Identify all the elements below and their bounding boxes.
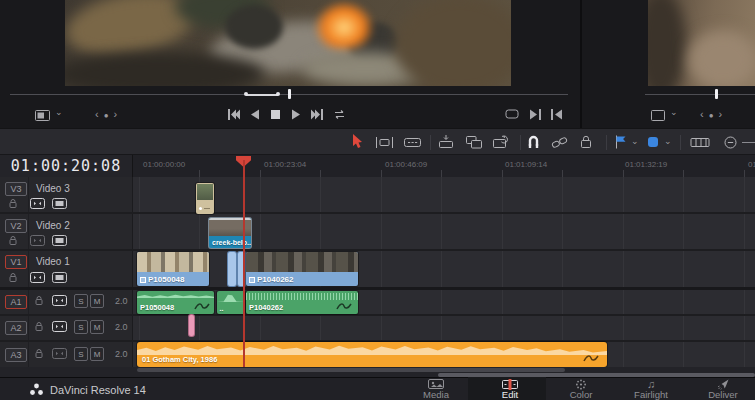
play-from-in-button[interactable] [551,109,563,120]
tab-deliver[interactable]: Deliver [690,378,755,400]
lock-icon [8,198,18,209]
loop-playback-button[interactable] [333,109,346,120]
mute-button[interactable]: M [90,320,104,334]
solo-button[interactable]: S [74,347,88,361]
track-badge-a3[interactable]: A3 [5,348,27,362]
selection-mode-button[interactable] [351,134,364,149]
audio-waveform [217,293,246,302]
track-auto-select-button[interactable] [30,198,45,209]
zoom-slider[interactable] [742,142,755,143]
edit-toolbar: ⌄ ⌄ [0,128,755,155]
match-frame-button[interactable] [505,108,519,120]
timeline-clip-p1040262-audio[interactable]: P1040262 [246,291,358,314]
chevron-down-icon[interactable]: ⌄ [631,136,639,146]
tab-edit[interactable]: Edit [477,378,543,400]
timeline-clip-p1050048-video[interactable]: P1050048 [137,252,209,286]
timeline-clip-audio-small[interactable]: .. [217,291,246,314]
track-auto-select-button[interactable] [52,321,67,332]
fade-curve-icon [336,302,352,311]
secondary-viewer-scrubber[interactable] [645,94,755,95]
jog-control[interactable]: ‹●› [95,108,122,120]
timeline-ruler[interactable]: 01:00:00:00 01:00:23:04 01:00:46:09 01:0… [133,155,755,177]
timeline-view-options-button[interactable] [690,136,710,149]
clip-label: P1040262 [249,275,293,284]
flag-button[interactable] [614,135,627,149]
timeline-clip-pink[interactable] [189,315,194,336]
track-lock-button[interactable] [34,295,44,306]
timeline-clip-small-1[interactable] [228,252,237,286]
track-enable-button[interactable] [52,272,67,283]
track-badge-v1[interactable]: V1 [5,255,27,269]
timeline-scrollbar[interactable] [137,368,565,372]
link-clips-button[interactable] [551,136,568,149]
timeline-viewer-video[interactable] [65,0,511,86]
mute-button[interactable]: M [90,294,104,308]
secondary-viewer-mode-button[interactable] [650,108,666,122]
overwrite-clip-button[interactable] [465,135,483,149]
chevron-down-icon[interactable]: ⌄ [670,107,678,117]
timeline-clip-music[interactable]: 01 Gotham City, 1986 [137,342,607,367]
play-button[interactable] [291,109,301,120]
timeline-clip-v3-still[interactable] [196,183,214,214]
chevron-down-icon[interactable]: ⌄ [55,107,63,117]
mute-button[interactable]: M [90,347,104,361]
track-name-video1[interactable]: Video 1 [36,256,70,267]
track-auto-select-button[interactable] [30,235,45,246]
track-name-video3[interactable]: Video 3 [36,183,70,194]
range-in-dot[interactable] [244,92,248,96]
stop-button[interactable] [270,109,281,120]
jog-left-icon: ‹ [700,108,709,120]
position-lock-button[interactable] [578,134,594,149]
timeline-clip-creek[interactable]: creek-belo... [209,218,251,248]
play-reverse-button[interactable] [250,109,260,120]
timeline-clip-p1050048-audio[interactable]: P1050048 [137,291,214,314]
range-out-dot[interactable] [276,92,280,96]
track-auto-select-button[interactable] [52,295,67,306]
track-lock-button[interactable] [8,198,18,209]
dynamic-trim-mode-button[interactable] [403,136,422,149]
track-name-video2[interactable]: Video 2 [36,220,70,231]
panel-scrollbar[interactable] [438,373,755,377]
track-enable-button[interactable] [52,198,67,209]
track-auto-select-button[interactable] [52,348,67,359]
track-badge-a2[interactable]: A2 [5,321,27,335]
marker-button[interactable] [647,136,659,148]
viewer-playhead-handle[interactable] [288,89,291,99]
gridline [623,177,624,367]
play-to-out-button[interactable] [529,109,541,120]
secondary-jog-control[interactable]: ‹●› [700,108,727,120]
tab-fairlight[interactable]: ♫ Fairlight [618,378,684,400]
chevron-down-icon[interactable]: ⌄ [664,136,672,146]
goto-last-frame-button[interactable] [311,109,323,120]
zoom-out-button[interactable] [724,136,737,149]
solo-button[interactable]: S [74,320,88,334]
track-lock-button[interactable] [8,272,18,283]
replace-clip-button[interactable] [492,135,511,149]
track-badge-v3[interactable]: V3 [5,182,27,196]
track-lock-button[interactable] [8,235,18,246]
playhead-line[interactable] [243,160,245,367]
goto-first-frame-button[interactable] [228,109,240,120]
solo-button[interactable]: S [74,294,88,308]
scrubber-range[interactable] [246,94,278,96]
viewer-mode-button[interactable] [33,108,51,122]
lock-icon [578,134,594,149]
viewer-edit-controls [505,106,567,122]
track-auto-select-button[interactable] [30,272,45,283]
track-badge-a1[interactable]: A1 [5,295,27,309]
snapping-toggle-button[interactable] [526,134,541,149]
track-lock-button[interactable] [34,348,44,359]
track-lock-button[interactable] [34,321,44,332]
secondary-playhead-handle[interactable] [715,89,718,99]
secondary-viewer-video[interactable] [648,0,755,86]
timeline-clip-p1040262-video[interactable]: P1040262 [246,252,358,286]
timeline-track-area[interactable]: creek-belo... P1050048 P1040262 P1050048… [133,177,755,367]
play-bar-icon [529,109,541,120]
tab-media[interactable]: Media [403,378,469,400]
track-badge-v2[interactable]: V2 [5,219,27,233]
track-enable-button[interactable] [52,235,67,246]
insert-clip-button[interactable] [437,135,455,149]
tab-color[interactable]: Color [548,378,614,400]
trim-edit-mode-button[interactable] [375,136,394,149]
timecode-display[interactable]: 01:00:20:08 [0,155,133,177]
